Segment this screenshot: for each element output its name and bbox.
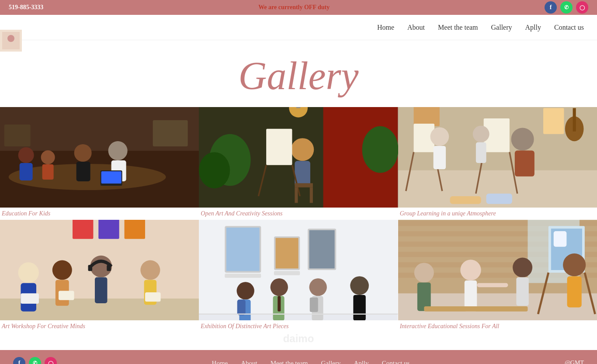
svg-rect-6 <box>20 163 33 180</box>
svg-rect-90 <box>310 298 318 312</box>
svg-rect-30 <box>295 183 313 187</box>
svg-rect-106 <box>553 231 566 247</box>
svg-rect-64 <box>88 265 92 271</box>
svg-rect-14 <box>101 171 121 184</box>
svg-rect-37 <box>543 108 564 134</box>
svg-point-91 <box>351 276 369 295</box>
gallery-item-2[interactable]: Open Art And Creativity Sessions <box>199 107 398 220</box>
off-text: OFF <box>304 4 316 10</box>
gallery-item-5[interactable]: Exhibition Of Distinctive Art Pieces <box>199 220 398 333</box>
svg-point-59 <box>18 262 39 283</box>
svg-rect-56 <box>98 220 119 239</box>
gallery-item-3[interactable]: Group Learning in a uniqe Atmosphere <box>398 107 597 220</box>
gallery-caption-5: Exhibition Of Distinctive Art Pieces <box>199 320 398 333</box>
svg-point-67 <box>140 260 160 280</box>
svg-point-9 <box>74 144 92 162</box>
svg-rect-25 <box>266 129 292 165</box>
duty-status: We are currently OFF duty <box>258 4 330 11</box>
svg-point-61 <box>52 260 72 280</box>
nav-meet-the-team[interactable]: Meet the team <box>438 24 478 31</box>
watermark-area: daimo <box>0 333 597 346</box>
svg-rect-117 <box>567 276 581 307</box>
svg-rect-29 <box>296 107 300 108</box>
svg-point-21 <box>199 152 230 188</box>
footer-gmt: @GMT <box>565 360 584 364</box>
footer-nav: Home About Meet the team Gallery Aplly C… <box>212 360 410 364</box>
svg-rect-79 <box>309 230 335 269</box>
top-bar: 519-885-3333 We are currently OFF duty f… <box>0 0 597 15</box>
phone-number: 519-885-3333 <box>9 4 43 11</box>
svg-rect-49 <box>433 146 445 169</box>
gallery-title-section: Gallery <box>0 40 597 107</box>
nav-contact-us[interactable]: Contact us <box>554 24 584 31</box>
gallery-grid: Education For Kids <box>0 107 597 333</box>
whatsapp-icon[interactable]: ✆ <box>560 1 573 14</box>
svg-point-5 <box>18 147 34 163</box>
svg-rect-52 <box>450 196 481 204</box>
status-suffix: duty <box>316 4 330 10</box>
svg-point-7 <box>41 150 55 164</box>
svg-point-116 <box>563 253 586 276</box>
svg-rect-115 <box>516 277 528 306</box>
footer-facebook-icon[interactable]: f <box>13 357 25 364</box>
svg-point-48 <box>430 127 449 146</box>
svg-rect-32 <box>310 187 313 203</box>
nav-gallery[interactable]: Gallery <box>491 24 512 31</box>
footer-nav-gallery[interactable]: Gallery <box>321 360 341 364</box>
logo <box>0 30 22 52</box>
svg-point-82 <box>237 282 254 299</box>
svg-rect-38 <box>413 107 439 126</box>
svg-point-85 <box>271 278 288 296</box>
svg-rect-84 <box>237 300 246 315</box>
svg-rect-71 <box>145 292 161 302</box>
svg-rect-77 <box>276 238 298 268</box>
svg-rect-51 <box>476 142 486 163</box>
gallery-item-4[interactable]: Art Workshop For Creative Minds <box>0 220 199 333</box>
footer-nav-meet-the-team[interactable]: Meet the team <box>271 360 308 364</box>
svg-point-88 <box>309 278 327 296</box>
footer-nav-home[interactable]: Home <box>212 360 228 364</box>
svg-rect-55 <box>73 220 93 239</box>
svg-rect-66 <box>95 277 107 303</box>
gallery-caption-3: Group Learning in a uniqe Atmosphere <box>398 208 597 220</box>
svg-point-22 <box>362 126 398 173</box>
footer-social-icons: f ✆ ◯ <box>13 357 57 364</box>
nav-about[interactable]: About <box>407 24 425 31</box>
gallery-caption-6: Interactive Educational Sessions For All <box>398 320 597 333</box>
svg-rect-81 <box>274 271 300 275</box>
svg-point-111 <box>460 260 481 280</box>
gallery-caption-1: Education For Kids <box>0 208 199 220</box>
footer-nav-contact-us[interactable]: Contact us <box>382 360 410 364</box>
svg-rect-57 <box>125 220 145 239</box>
svg-rect-15 <box>153 120 188 146</box>
nav-apply[interactable]: Aplly <box>525 24 541 31</box>
facebook-icon[interactable]: f <box>545 1 557 14</box>
footer-nav-apply[interactable]: Aplly <box>354 360 369 364</box>
svg-rect-65 <box>107 265 111 271</box>
svg-rect-10 <box>76 162 90 181</box>
svg-point-50 <box>472 126 489 142</box>
svg-rect-69 <box>21 293 39 304</box>
svg-rect-31 <box>295 187 298 203</box>
nav-bar: Home About Meet the team Gallery Aplly C… <box>0 15 597 40</box>
svg-rect-92 <box>354 295 366 320</box>
svg-rect-8 <box>42 164 54 180</box>
instagram-icon[interactable]: ◯ <box>576 1 588 14</box>
svg-rect-87 <box>278 296 281 312</box>
svg-point-1 <box>7 35 14 42</box>
footer-nav-about[interactable]: About <box>241 360 257 364</box>
gallery-item-1[interactable]: Education For Kids <box>0 107 199 220</box>
footer-whatsapp-icon[interactable]: ✆ <box>29 357 41 364</box>
svg-point-109 <box>414 263 434 282</box>
svg-rect-80 <box>225 274 261 277</box>
svg-point-23 <box>291 138 314 161</box>
footer-instagram-icon[interactable]: ◯ <box>45 357 57 364</box>
svg-rect-16 <box>4 125 31 146</box>
svg-rect-113 <box>477 283 508 287</box>
gallery-item-6[interactable]: Interactive Educational Sessions For All <box>398 220 597 333</box>
gallery-caption-2: Open Art And Creativity Sessions <box>199 208 398 220</box>
svg-rect-75 <box>226 228 260 271</box>
footer: f ✆ ◯ Home About Meet the team Gallery A… <box>0 350 597 364</box>
nav-home[interactable]: Home <box>377 24 394 31</box>
gallery-title: Gallery <box>0 53 597 98</box>
